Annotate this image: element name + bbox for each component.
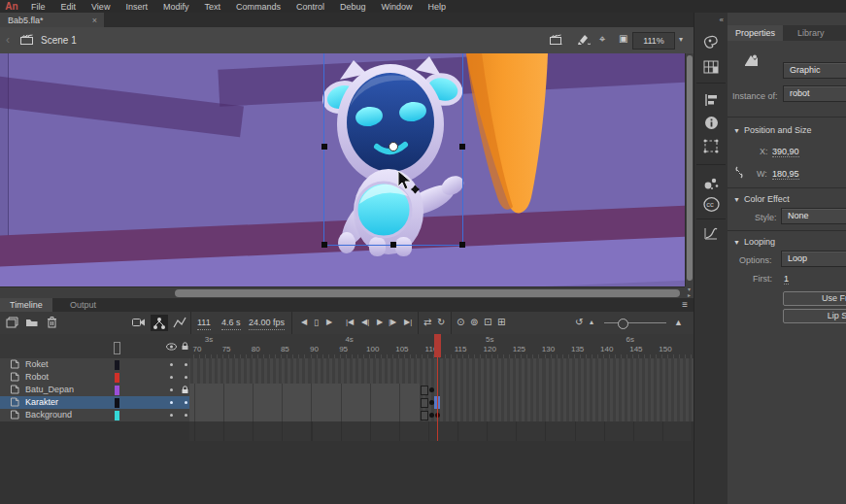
- go-last-frame-icon[interactable]: ▶|: [404, 316, 412, 329]
- onion-outlines-icon[interactable]: ⊚: [470, 316, 478, 329]
- loop-step-fwd-icon[interactable]: ▶: [326, 316, 332, 329]
- transform-panel-icon[interactable]: [701, 139, 721, 156]
- handle-bottom-left[interactable]: [321, 242, 327, 248]
- tab-output[interactable]: Output: [60, 298, 106, 312]
- span-end-bracket[interactable]: [421, 386, 428, 395]
- frame-box-icon[interactable]: ▯: [314, 316, 319, 329]
- menu-file[interactable]: File: [23, 2, 53, 12]
- playhead[interactable]: [434, 334, 441, 357]
- onion-skin-icon[interactable]: ⊙: [457, 316, 464, 329]
- frames-row-karakter[interactable]: [189, 396, 694, 410]
- transformation-point[interactable]: [389, 142, 398, 151]
- align-panel-icon[interactable]: [701, 92, 721, 110]
- timeline-zoom-out-icon[interactable]: ▴: [590, 316, 593, 329]
- tab-library[interactable]: Library: [790, 25, 832, 41]
- delete-layer-button[interactable]: [47, 316, 57, 328]
- frames-row-batu_depan[interactable]: [189, 384, 694, 397]
- timeline-zoom-in-icon[interactable]: ▲: [674, 316, 683, 329]
- loop-options-select[interactable]: Loop: [781, 251, 846, 267]
- layer-parenting-button[interactable]: [151, 315, 168, 331]
- prev-frame-icon[interactable]: ◀|: [361, 316, 369, 329]
- loop-playback-icon[interactable]: ↻: [437, 316, 445, 329]
- tab-properties[interactable]: Properties: [728, 25, 783, 41]
- menu-edit[interactable]: Edit: [53, 2, 85, 12]
- link-dimensions-icon[interactable]: [733, 166, 745, 179]
- instance-name-field[interactable]: robot: [783, 85, 846, 102]
- center-stage-icon[interactable]: ⌖: [599, 33, 605, 46]
- layer-row-background[interactable]: Background: [0, 409, 189, 422]
- center-playhead-icon[interactable]: ⇄: [423, 316, 431, 329]
- color-effect-section-header[interactable]: ▼Color Effect: [733, 194, 790, 204]
- w-value[interactable]: 180,95: [772, 169, 799, 180]
- info-panel-icon[interactable]: [701, 116, 721, 133]
- menu-help[interactable]: Help: [421, 2, 455, 12]
- particle-panel-icon[interactable]: [701, 176, 721, 193]
- edit-symbols-icon[interactable]: [577, 33, 591, 46]
- keyframe-dot[interactable]: [429, 413, 434, 418]
- selection-box[interactable]: [323, 53, 463, 246]
- document-tab[interactable]: Bab5.fla* ×: [0, 13, 104, 27]
- zoom-caret-icon[interactable]: ▾: [679, 35, 683, 44]
- cc-libraries-icon[interactable]: cc: [701, 197, 721, 215]
- layer-outline-swatch[interactable]: [115, 386, 119, 395]
- menu-view[interactable]: View: [84, 2, 118, 12]
- edit-multiple-frames-icon[interactable]: ⊡: [484, 316, 491, 329]
- edit-scene-icon[interactable]: [550, 34, 563, 45]
- menu-control[interactable]: Control: [288, 2, 332, 12]
- handle-bottom-center[interactable]: [390, 242, 396, 248]
- new-folder-button[interactable]: [25, 317, 39, 327]
- swatches-icon[interactable]: [701, 59, 721, 77]
- timeline-ruler[interactable]: 3s4s5s6s70758085909510010511011512012513…: [189, 334, 694, 359]
- layer-outline-swatch[interactable]: [115, 398, 119, 408]
- reset-timeline-zoom-icon[interactable]: ↺: [575, 316, 583, 329]
- handle-mid-right[interactable]: [459, 144, 465, 150]
- span-end-bracket[interactable]: [421, 398, 428, 408]
- frame-span[interactable]: [189, 409, 420, 421]
- menu-commands[interactable]: Commands: [228, 2, 288, 12]
- layer-row-roket[interactable]: Roket: [0, 358, 189, 372]
- stage-zoom-select[interactable]: 111%: [632, 32, 675, 50]
- span-end-bracket[interactable]: [421, 411, 428, 420]
- eye-column-icon[interactable]: [166, 343, 177, 351]
- new-layer-button[interactable]: [6, 317, 18, 328]
- x-value[interactable]: 390,90: [772, 147, 799, 157]
- layer-row-batu_depan[interactable]: Batu_Depan: [0, 384, 189, 397]
- app-logo[interactable]: An: [0, 1, 23, 12]
- menu-window[interactable]: Window: [374, 2, 421, 12]
- modify-markers-icon[interactable]: ⊞: [497, 316, 505, 329]
- keyframe-dot[interactable]: [429, 387, 434, 392]
- frame-span[interactable]: [189, 396, 420, 409]
- loop-step-back-icon[interactable]: ◀: [301, 316, 307, 329]
- frame-span[interactable]: [189, 384, 420, 396]
- panel-menu-icon[interactable]: ≡: [682, 299, 688, 310]
- layer-outline-swatch[interactable]: [115, 360, 119, 370]
- stage-hscrollbar-thumb[interactable]: [175, 289, 680, 297]
- layer-outline-swatch[interactable]: [115, 373, 119, 383]
- elapsed-time-field[interactable]: 4.6 s: [221, 316, 241, 330]
- layer-depth-button[interactable]: [173, 317, 186, 328]
- collapse-panels-icon[interactable]: «: [720, 16, 724, 24]
- menu-modify[interactable]: Modify: [155, 2, 197, 12]
- frames-row-background[interactable]: [189, 409, 694, 422]
- layer-row-karakter[interactable]: Karakter: [0, 396, 189, 410]
- lip-sync-button[interactable]: Lip S: [783, 309, 846, 323]
- frames-row-robot[interactable]: [189, 371, 694, 385]
- play-icon[interactable]: ▶: [377, 316, 383, 329]
- menu-insert[interactable]: Insert: [118, 2, 155, 12]
- clip-content-icon[interactable]: ▣: [619, 33, 627, 44]
- stage[interactable]: [0, 53, 685, 286]
- current-frame-field[interactable]: 111: [197, 316, 211, 330]
- frame-rate-field[interactable]: 24.00 fps: [249, 316, 285, 330]
- position-size-section-header[interactable]: ▼Position and Size: [733, 125, 811, 135]
- timeline-zoom-slider[interactable]: [604, 322, 666, 323]
- looping-section-header[interactable]: ▼Looping: [733, 237, 775, 247]
- frames-row-roket[interactable]: [189, 358, 694, 372]
- symbol-type-select[interactable]: Graphic: [783, 62, 846, 79]
- timeline-zoom-knob[interactable]: [618, 319, 628, 329]
- close-icon[interactable]: ×: [92, 16, 104, 25]
- layer-row-robot[interactable]: Robot: [0, 371, 189, 385]
- go-first-frame-icon[interactable]: |◀: [346, 316, 354, 329]
- use-frame-picker-button[interactable]: Use Fra: [783, 291, 846, 306]
- layer-outline-swatch[interactable]: [115, 411, 119, 420]
- add-camera-button[interactable]: [132, 318, 146, 327]
